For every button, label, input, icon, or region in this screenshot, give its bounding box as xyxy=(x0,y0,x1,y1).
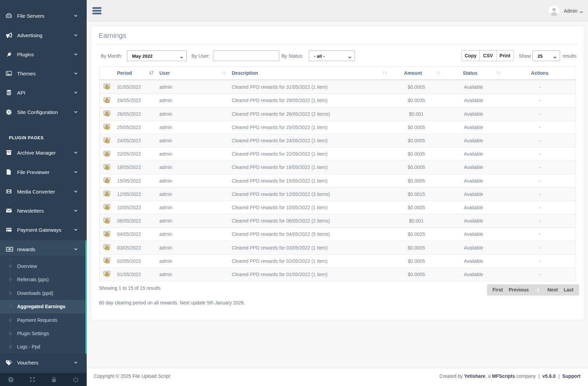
svg-text:1: 1 xyxy=(9,248,10,250)
